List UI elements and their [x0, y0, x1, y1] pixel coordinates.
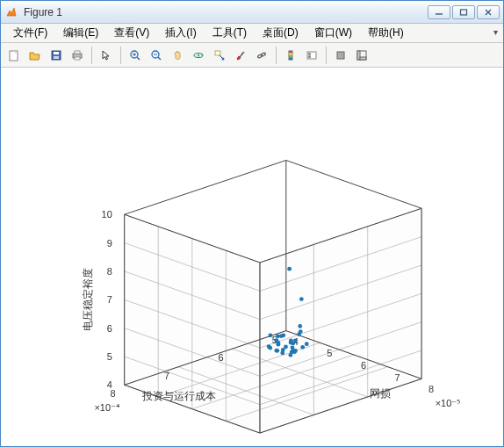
svg-point-130: [298, 324, 302, 328]
svg-text:×10⁻⁴: ×10⁻⁴: [94, 402, 120, 413]
rotate3d-button[interactable]: [189, 46, 208, 65]
svg-rect-10: [75, 57, 80, 60]
svg-point-124: [288, 353, 292, 357]
svg-rect-7: [54, 56, 59, 59]
new-figure-button[interactable]: [4, 46, 24, 65]
svg-rect-9: [75, 51, 80, 54]
menu-insert[interactable]: 插入(I): [158, 24, 203, 42]
svg-text:投资与运行成本: 投资与运行成本: [141, 390, 216, 402]
menu-window[interactable]: 窗口(W): [307, 24, 359, 42]
svg-text:10: 10: [102, 209, 112, 220]
maximize-button[interactable]: [452, 5, 475, 19]
menu-file[interactable]: 文件(F): [6, 24, 54, 42]
svg-line-82: [125, 161, 286, 215]
svg-line-16: [158, 57, 161, 60]
scatter3-plot: 45678910567845678×10⁻⁴×10⁻⁵电压稳定裕度投资与运行成本…: [1, 68, 503, 446]
colorbar-button[interactable]: [281, 46, 300, 65]
svg-point-134: [279, 334, 284, 338]
svg-point-126: [300, 345, 305, 350]
svg-point-136: [275, 349, 279, 353]
svg-rect-38: [360, 57, 366, 60]
svg-rect-30: [289, 57, 292, 60]
show-plot-tools-button[interactable]: [352, 46, 371, 65]
window-buttons: [428, 5, 500, 19]
svg-text:9: 9: [107, 238, 112, 249]
menu-overflow-icon[interactable]: ▾: [493, 27, 498, 37]
svg-rect-6: [54, 52, 59, 54]
matlab-figure-icon: [4, 5, 18, 19]
zoom-in-button[interactable]: [126, 46, 145, 65]
svg-text:8: 8: [428, 384, 434, 394]
svg-point-133: [299, 297, 304, 301]
svg-text:7: 7: [394, 372, 400, 383]
svg-rect-1: [461, 10, 467, 15]
window-title: Figure 1: [24, 6, 428, 18]
pan-button[interactable]: [168, 46, 187, 65]
svg-point-135: [293, 349, 298, 353]
svg-text:8: 8: [111, 388, 116, 399]
svg-rect-28: [289, 53, 292, 55]
axes-canvas[interactable]: 45678910567845678×10⁻⁴×10⁻⁵电压稳定裕度投资与运行成本…: [1, 68, 503, 446]
menu-help[interactable]: 帮助(H): [361, 24, 411, 42]
svg-text:5: 5: [327, 348, 332, 358]
svg-point-19: [198, 54, 200, 56]
data-cursor-button[interactable]: [210, 46, 229, 65]
title-bar[interactable]: Figure 1: [1, 1, 503, 24]
svg-text:7: 7: [107, 294, 112, 305]
close-button[interactable]: [477, 5, 500, 19]
svg-text:网损: 网损: [370, 387, 391, 400]
svg-text:8: 8: [107, 266, 112, 277]
menu-view[interactable]: 查看(V): [107, 24, 156, 42]
svg-rect-35: [337, 52, 344, 59]
svg-text:6: 6: [218, 352, 223, 363]
svg-point-123: [305, 342, 309, 346]
svg-point-137: [287, 267, 292, 271]
toolbar-separator: [276, 47, 277, 64]
svg-point-129: [280, 350, 284, 355]
svg-point-117: [299, 329, 303, 334]
menu-tools[interactable]: 工具(T): [205, 24, 254, 42]
menu-desktop[interactable]: 桌面(D): [256, 24, 306, 42]
hide-plot-tools-button[interactable]: [331, 46, 350, 65]
menu-edit[interactable]: 编辑(E): [56, 24, 105, 42]
svg-line-83: [286, 161, 421, 209]
svg-line-12: [137, 57, 140, 60]
legend-button[interactable]: [302, 46, 321, 65]
svg-text:6: 6: [361, 360, 366, 371]
svg-point-25: [261, 52, 266, 56]
svg-point-127: [269, 333, 273, 337]
link-button[interactable]: [252, 46, 271, 65]
svg-point-138: [275, 339, 279, 343]
svg-text:电压稳定裕度: 电压稳定裕度: [82, 268, 94, 331]
svg-rect-27: [289, 51, 292, 54]
toolbar: [1, 43, 503, 68]
svg-point-128: [293, 338, 298, 342]
svg-text:7: 7: [164, 371, 169, 381]
svg-text:×10⁻⁵: ×10⁻⁵: [436, 398, 461, 408]
svg-point-132: [289, 341, 293, 345]
svg-point-119: [284, 345, 288, 350]
toolbar-separator: [120, 47, 121, 64]
svg-text:6: 6: [107, 323, 112, 334]
zoom-out-button[interactable]: [147, 46, 166, 65]
svg-text:5: 5: [107, 351, 112, 362]
print-button[interactable]: [68, 46, 87, 65]
svg-point-22: [222, 57, 225, 60]
svg-rect-20: [215, 51, 220, 55]
pointer-button[interactable]: [97, 46, 116, 65]
save-button[interactable]: [47, 46, 66, 65]
toolbar-separator: [91, 47, 92, 64]
figure-window: Figure 1 文件(F) 编辑(E) 查看(V) 插入(I) 工具(T) 桌…: [0, 0, 504, 447]
menu-bar: 文件(F) 编辑(E) 查看(V) 插入(I) 工具(T) 桌面(D) 窗口(W…: [1, 24, 503, 43]
svg-rect-29: [289, 55, 292, 58]
brush-button[interactable]: [231, 46, 250, 65]
minimize-button[interactable]: [428, 5, 450, 19]
svg-point-116: [268, 346, 272, 350]
open-button[interactable]: [25, 46, 45, 65]
toolbar-separator: [326, 47, 327, 64]
